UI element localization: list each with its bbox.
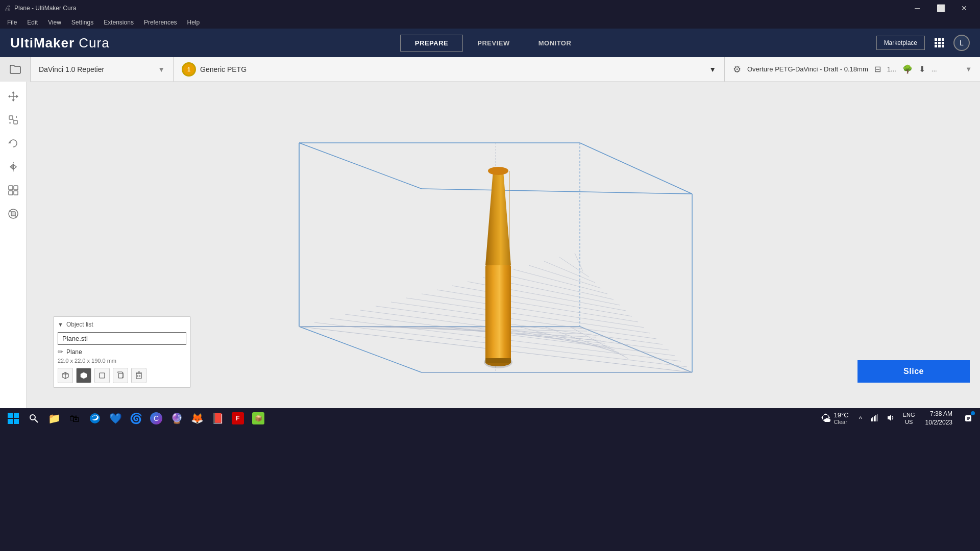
- nav-prepare[interactable]: PREPARE: [400, 35, 463, 52]
- minimize-button[interactable]: ─: [905, 0, 929, 16]
- svg-marker-13: [8, 95, 10, 98]
- svg-rect-15: [9, 116, 13, 119]
- mirror-tool-button[interactable]: [4, 157, 23, 177]
- tray-network[interactable]: [868, 413, 880, 424]
- tray-volume[interactable]: [885, 413, 897, 424]
- taskbar-cortana[interactable]: C: [147, 409, 165, 428]
- maximize-button[interactable]: ⬜: [929, 0, 952, 16]
- nav-preview[interactable]: PREVIEW: [463, 35, 524, 51]
- profile-settings[interactable]: ⚙ Overture PETG-DaVinci - Draft - 0.18mm…: [725, 57, 980, 82]
- object-dimensions: 22.0 x 22.0 x 190.0 mm: [58, 358, 186, 364]
- rotate-tool-button[interactable]: [4, 134, 23, 153]
- clock-date: 10/2/2023: [925, 418, 952, 427]
- menu-help[interactable]: Help: [182, 18, 205, 27]
- header-right: Marketplace L: [876, 35, 970, 51]
- svg-point-100: [90, 413, 100, 423]
- user-account-button[interactable]: L: [953, 35, 970, 51]
- svg-rect-4: [938, 42, 941, 44]
- system-clock[interactable]: 7:38 AM 10/2/2023: [921, 410, 957, 427]
- svg-rect-5: [942, 42, 944, 44]
- move-tool-button[interactable]: [4, 87, 23, 106]
- printer-selector[interactable]: DaVinci 1.0 Repetier ▼: [31, 57, 174, 82]
- infill-count: 1...: [887, 65, 896, 73]
- svg-point-98: [30, 415, 35, 420]
- svg-point-81: [488, 167, 508, 175]
- svg-marker-106: [888, 415, 891, 421]
- weather-info: 19°C Clear: [834, 411, 849, 426]
- svg-rect-2: [942, 38, 944, 41]
- window-controls: ─ ⬜ ✕: [905, 0, 976, 16]
- layers-icon: ⊟: [874, 64, 881, 74]
- object-copy-button[interactable]: [113, 368, 128, 383]
- menu-edit[interactable]: Edit: [22, 18, 43, 27]
- object-action-buttons: [58, 368, 186, 383]
- taskbar-app1[interactable]: 🔮: [167, 409, 186, 428]
- weather-icon: 🌤: [821, 413, 831, 424]
- svg-rect-89: [136, 373, 141, 379]
- material-name: Generic PETG: [200, 65, 247, 73]
- header: UltiMaker Cura PREPARE PREVIEW MONITOR M…: [0, 29, 980, 57]
- menu-file[interactable]: File: [2, 18, 22, 27]
- app-icon: 🖨: [4, 4, 11, 12]
- svg-marker-11: [12, 91, 15, 93]
- svg-rect-26: [9, 191, 13, 195]
- printer-bar: DaVinci 1.0 Repetier ▼ 1 Generic PETG ▼ …: [0, 57, 980, 82]
- search-button[interactable]: [24, 409, 43, 428]
- profile-chevron-icon: ▼: [965, 65, 972, 73]
- object-panel: ▼ Object list Plane.stl ✏ Plane 22.0 x 2…: [53, 316, 191, 388]
- svg-rect-0: [935, 38, 937, 41]
- svg-marker-20: [8, 141, 11, 143]
- tray-chevron[interactable]: ^: [857, 414, 864, 423]
- taskbar-app2[interactable]: F: [229, 409, 247, 428]
- object-filename[interactable]: Plane.stl: [58, 332, 186, 345]
- object-wireframe-button[interactable]: [94, 368, 110, 383]
- svg-rect-84: [485, 358, 511, 363]
- open-folder-button[interactable]: [0, 57, 31, 82]
- taskbar-store[interactable]: 🛍: [65, 409, 84, 428]
- taskbar-edge[interactable]: [86, 409, 104, 428]
- support-blocker-button[interactable]: [4, 204, 23, 223]
- menu-view[interactable]: View: [43, 18, 66, 27]
- object-list-header[interactable]: ▼ Object list: [58, 321, 186, 328]
- object-name-row: ✏ Plane: [58, 348, 186, 356]
- menu-extensions[interactable]: Extensions: [99, 18, 139, 27]
- taskbar-acrobat[interactable]: 📕: [208, 409, 227, 428]
- viewport[interactable]: ▼ Object list Plane.stl ✏ Plane 22.0 x 2…: [27, 82, 980, 408]
- taskbar-vscode[interactable]: 💙: [106, 409, 125, 428]
- svg-rect-101: [871, 418, 872, 421]
- object-list-label: Object list: [66, 321, 93, 328]
- apps-grid-icon[interactable]: [931, 35, 947, 51]
- menu-preferences[interactable]: Preferences: [139, 18, 182, 27]
- marketplace-button[interactable]: Marketplace: [876, 36, 925, 50]
- menu-settings[interactable]: Settings: [66, 18, 99, 27]
- scale-tool-button[interactable]: [4, 110, 23, 130]
- title-bar: 🖨 Plane - UltiMaker Cura ─ ⬜ ✕: [0, 0, 980, 16]
- material-selector[interactable]: 1 Generic PETG ▼: [174, 57, 725, 82]
- tray-language[interactable]: ENG US: [901, 410, 917, 427]
- object-solid-button[interactable]: [76, 368, 91, 383]
- taskbar-azure[interactable]: 🌀: [127, 409, 145, 428]
- svg-rect-6: [935, 45, 937, 47]
- taskbar-file-explorer[interactable]: 📁: [45, 409, 63, 428]
- start-button[interactable]: [4, 409, 22, 428]
- svg-rect-105: [877, 414, 878, 421]
- notification-button[interactable]: [961, 409, 976, 428]
- taskbar-firefox[interactable]: 🦊: [188, 409, 206, 428]
- object-view-3d-button[interactable]: [58, 368, 73, 383]
- svg-rect-95: [14, 413, 19, 418]
- svg-rect-103: [874, 416, 875, 421]
- weather-temp: 19°C: [834, 411, 849, 419]
- per-model-settings-button[interactable]: [4, 181, 23, 200]
- weather-widget[interactable]: 🌤 19°C Clear: [817, 411, 853, 426]
- material-badge: 1: [182, 62, 196, 77]
- svg-rect-102: [872, 417, 873, 421]
- svg-marker-22: [10, 164, 13, 169]
- taskbar-app3[interactable]: 📦: [249, 409, 267, 428]
- close-button[interactable]: ✕: [952, 0, 976, 16]
- svg-marker-23: [13, 164, 16, 169]
- slice-button[interactable]: Slice: [857, 360, 970, 383]
- object-delete-button[interactable]: [131, 368, 146, 383]
- nav-monitor[interactable]: MONITOR: [524, 35, 586, 51]
- object-list-chevron-icon: ▼: [58, 321, 63, 328]
- svg-rect-8: [942, 45, 944, 47]
